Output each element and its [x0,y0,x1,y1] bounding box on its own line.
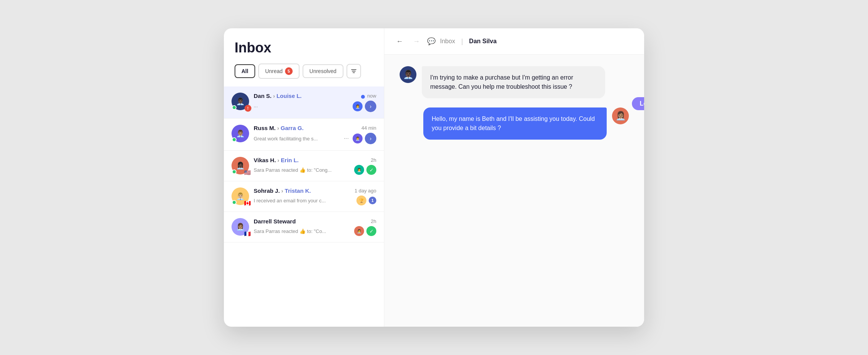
number-badge-sohrab: 1 [369,197,376,204]
conv-names-darrell: Darrell Steward [254,218,296,225]
chat-messages: 👨🏿‍💼 I'm trying to make a purchase but I… [384,55,644,327]
time-vikas: 2h [371,157,376,163]
check-btn-darrell[interactable]: ✓ [366,226,376,236]
chat-header: ← → 💬 Inbox | Dan Silva [384,28,644,55]
conv-item-vikas[interactable]: 👩🏿‍💼 🇺🇸 Vikas H. › Erin L. 2h S [224,151,384,181]
conv-meta-darrell: Sara Parras reacted 👍 to: "Co... 👩‍💼 ✓ [254,226,376,236]
conv-header-vikas: Vikas H. › Erin L. 2h [254,157,376,163]
customer-message-text: I'm trying to make a purchase but I'm ge… [430,74,573,90]
message-row-customer: 👨🏿‍💼 I'm trying to make a purchase but I… [400,66,629,98]
time-dan: now [367,93,376,99]
unread-count-dan: ! [245,105,251,112]
filter-tabs: All Unread 5 Unresolved [235,64,373,79]
customer-bubble: I'm trying to make a purchase but I'm ge… [422,66,605,98]
check-btn-vikas[interactable]: ✓ [366,165,376,175]
preview-sohrab: I received an email from your c... [254,198,353,204]
from-name-dan: Dan S. [254,93,272,99]
conv-meta-sohrab: I received an email from your c... 🏆 1 [254,195,376,205]
unread-label: Unread [265,68,283,74]
conv-item-sohrab[interactable]: 👨🏼‍💼 🇨🇦 Sohrab J. › Tristan K. 1 day ago [224,181,384,212]
conversation-list: 👨🏿‍💼 ! Dan S. › Louise L. [224,86,384,327]
left-panel: Inbox All Unread 5 Unresolved 👨🏿 [224,28,384,327]
blue-dot-dan [361,95,365,99]
tab-unresolved[interactable]: Unresolved [303,64,343,78]
forward-button[interactable]: → [410,35,423,47]
customer-avatar: 👨🏿‍💼 [400,66,416,83]
conv-names-sohrab: Sohrab J. › Tristan K. [254,187,311,194]
conv-header-dan: Dan S. › Louise L. now [254,93,376,99]
conv-content-darrell: Darrell Steward 2h Sara Parras reacted 👍… [254,218,376,236]
assignee-avatar-sohrab: 🏆 [356,195,366,205]
breadcrumb-contact: Dan Silva [469,38,497,45]
filter-button[interactable] [347,64,361,78]
assigned-russ: Garra G. [281,125,304,131]
breadcrumb-separator: | [461,37,463,46]
agent-message-text: Hello, my name is Beth and I'll be assis… [432,116,595,131]
online-dot-dan [232,105,236,110]
time-russ: 44 min [361,125,376,131]
time-darrell: 2h [371,218,376,224]
conv-meta-russ: Great work facilitating the s... ··· 👨‍💼… [254,133,376,144]
conv-item-russ[interactable]: Garra 👨🏽‍💼 Russ M. › Garra G. 44 min [224,119,384,151]
breadcrumb-inbox: Inbox [440,38,455,45]
tab-all[interactable]: All [235,64,255,78]
conv-header-sohrab: Sohrab J. › Tristan K. 1 day ago [254,187,376,194]
conv-actions-vikas: 👩‍💼 ✓ [354,165,376,175]
conv-content-russ: Russ M. › Garra G. 44 min Great work fac… [254,125,376,144]
online-dot-russ [232,137,236,142]
avatar-wrap-vikas: 👩🏿‍💼 🇺🇸 [232,157,249,174]
conv-actions-sohrab: 🏆 1 [356,195,376,205]
time-sohrab: 1 day ago [355,188,376,194]
conv-actions-russ: ··· 👨‍💼 › [342,133,376,144]
conv-item-darrell[interactable]: 👩🏽‍💼 🇫🇷 Darrell Steward 2h Sara Parras r… [224,212,384,243]
from-name-darrell: Darrell Steward [254,218,296,225]
filter-icon [351,68,357,74]
avatar-wrap-dan: 👨🏿‍💼 ! [232,93,249,110]
dots-russ[interactable]: ··· [342,134,350,143]
flag-sohrab: 🇨🇦 [244,200,251,206]
conv-actions-darrell: 👩‍💼 ✓ [354,226,376,236]
conv-meta-dan: ··· 👩‍💼 › [254,101,376,112]
arrow-sohrab: › [281,187,283,194]
agent-bubble: Hello, my name is Beth and I'll be assis… [423,107,607,140]
arrow-btn-dan[interactable]: › [365,101,376,112]
inbox-title: Inbox [235,40,373,56]
online-dot-vikas [232,169,236,174]
conv-content-vikas: Vikas H. › Erin L. 2h Sara Parras reacte… [254,157,376,175]
back-button[interactable]: ← [394,35,406,47]
inbox-icon: 💬 [427,37,436,46]
preview-darrell: Sara Parras reacted 👍 to: "Co... [254,228,351,234]
from-name-sohrab: Sohrab J. [254,187,280,194]
assignee-avatar-russ: 👨‍💼 [353,134,363,143]
flag-vikas: 🇺🇸 [244,170,251,175]
tab-unread[interactable]: Unread 5 [258,64,300,79]
arrow-russ: › [277,125,279,131]
right-panel: ← → 💬 Inbox | Dan Silva 👨🏿‍💼 I'm trying … [384,28,644,327]
conv-header-darrell: Darrell Steward 2h [254,218,376,225]
arrow-btn-russ[interactable]: › [365,133,376,144]
arrow-dan: › [273,93,275,99]
avatar-wrap-sohrab: 👨🏼‍💼 🇨🇦 [232,187,249,205]
conv-names-dan: Dan S. › Louise L. [254,93,302,99]
avatar-wrap-darrell: 👩🏽‍💼 🇫🇷 [232,218,249,236]
unread-badge: 5 [285,67,293,75]
preview-dan: ··· [254,104,350,109]
conv-content-sohrab: Sohrab J. › Tristan K. 1 day ago I recei… [254,187,376,205]
assignee-avatar-darrell: 👩‍💼 [354,226,364,236]
conv-meta-vikas: Sara Parras reacted 👍 to: "Cong... 👩‍💼 ✓ [254,165,376,175]
conv-item-dan[interactable]: 👨🏿‍💼 ! Dan S. › Louise L. [224,86,384,119]
conv-actions-dan: 👩‍💼 › [353,101,376,112]
from-name-vikas: Vikas H. [254,157,276,163]
message-row-agent: 👩🏽‍💼 Hello, my name is Beth and I'll be … [400,107,629,140]
arrow-vikas: › [277,157,279,163]
louise-label: Louise [632,97,644,110]
avatar-wrap-russ: 👨🏽‍💼 [232,125,249,142]
assigned-vikas: Erin L. [281,157,299,163]
app-container: Inbox All Unread 5 Unresolved 👨🏿 [224,28,644,327]
conv-content-dan: Dan S. › Louise L. now ··· 👩‍💼 [254,93,376,112]
assigned-dan: Louise L. [277,93,302,99]
assigned-sohrab: Tristan K. [285,187,311,194]
inbox-header: Inbox All Unread 5 Unresolved [224,28,384,86]
conv-header-russ: Russ M. › Garra G. 44 min [254,125,376,131]
online-dot-sohrab [232,200,236,205]
